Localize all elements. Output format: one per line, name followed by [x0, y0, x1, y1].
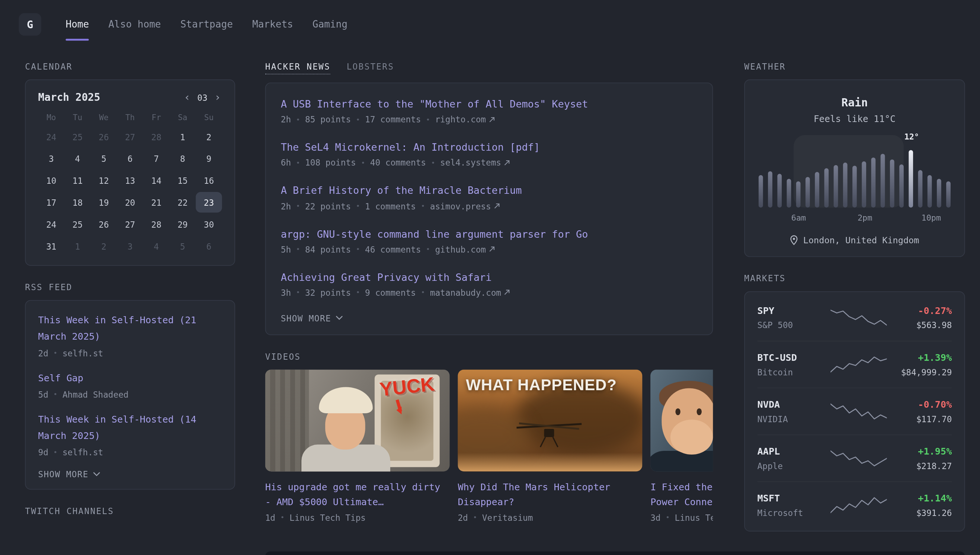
calendar-next-icon[interactable]: › — [213, 92, 222, 103]
calendar-day[interactable]: 28 — [143, 214, 170, 234]
calendar-day[interactable]: 8 — [170, 148, 196, 168]
calendar-day[interactable]: 1 — [170, 127, 196, 147]
market-row[interactable]: MSFT Microsoft +1.14% $391.26 — [757, 481, 952, 528]
market-row[interactable]: NVDA NVIDIA -0.70% $117.70 — [757, 388, 952, 435]
story-title[interactable]: A Brief History of the Miracle Bacterium — [281, 183, 697, 198]
calendar-day[interactable]: 23 — [196, 192, 222, 212]
nav-tab-also-home[interactable]: Also home — [108, 0, 161, 49]
rss-item-title[interactable]: Self Gap — [38, 370, 222, 386]
news-show-more-button[interactable]: SHOW MORE — [281, 313, 343, 323]
calendar-day[interactable]: 29 — [170, 214, 196, 234]
calendar-day[interactable]: 7 — [143, 148, 170, 168]
calendar-day[interactable]: 26 — [91, 214, 117, 234]
calendar-day[interactable]: 6 — [117, 148, 143, 168]
market-symbol-block: NVDA NVIDIA — [757, 399, 828, 424]
chevron-down-icon — [93, 472, 100, 476]
calendar-day[interactable]: 27 — [117, 214, 143, 234]
calendar-day[interactable]: 24 — [38, 214, 65, 234]
video-thumbnail[interactable]: DO T T — [650, 369, 713, 471]
calendar-day[interactable]: 19 — [91, 192, 117, 212]
calendar-day[interactable]: 12 — [91, 170, 117, 191]
calendar-day[interactable]: 4 — [64, 148, 91, 168]
weather-bar — [871, 157, 876, 208]
thumbnail-art-ground — [458, 453, 642, 471]
sparkline-svg — [830, 449, 886, 468]
calendar-day[interactable]: 4 — [143, 236, 170, 256]
video-title[interactable]: I Fixed the 5 Power Connect — [650, 480, 713, 510]
story-title[interactable]: A USB Interface to the "Mother of All De… — [281, 97, 697, 112]
story-title[interactable]: argp: GNU-style command line argument pa… — [281, 226, 697, 241]
nav-tab-home[interactable]: Home — [66, 0, 89, 49]
calendar-day[interactable]: 3 — [38, 148, 65, 168]
market-price: $84,999.29 — [889, 367, 952, 377]
video-card: YUCK His upgrade got me really dirty - A… — [265, 369, 450, 523]
calendar-day[interactable]: 3 — [117, 236, 143, 256]
calendar-day[interactable]: 6 — [196, 236, 222, 256]
nav-tab-startpage[interactable]: Startpage — [180, 0, 233, 49]
calendar-day[interactable]: 16 — [196, 170, 222, 191]
calendar-day[interactable]: 5 — [91, 148, 117, 168]
video-title[interactable]: His upgrade got me really dirty - AMD $5… — [265, 480, 450, 510]
weather-bar — [918, 170, 923, 208]
story-title[interactable]: Achieving Great Privacy with Safari — [281, 270, 697, 285]
video-meta: 2d • Veritasium — [458, 513, 642, 523]
calendar-day[interactable]: 9 — [196, 148, 222, 168]
videos-widget: YUCK His upgrade got me really dirty - A… — [265, 369, 713, 523]
calendar-day[interactable]: 25 — [64, 127, 91, 147]
calendar-day[interactable]: 5 — [170, 236, 196, 256]
tab-lobsters[interactable]: LOBSTERS — [347, 61, 394, 74]
market-row[interactable]: BTC-USD Bitcoin +1.39% $84,999.29 — [757, 341, 952, 388]
market-row[interactable]: AAPL Apple +1.95% $218.27 — [757, 435, 952, 481]
calendar-header: March 2025 ‹ 03 › — [38, 91, 222, 103]
hacker-news-widget: A USB Interface to the "Mother of All De… — [265, 83, 713, 335]
calendar-day[interactable]: 13 — [117, 170, 143, 191]
calendar-day[interactable]: 21 — [143, 192, 170, 212]
calendar-day[interactable]: 2 — [196, 127, 222, 147]
calendar-day[interactable]: 15 — [170, 170, 196, 191]
calendar-day[interactable]: 31 — [38, 236, 65, 256]
video-thumbnail[interactable]: YUCK — [265, 369, 450, 471]
video-title[interactable]: Why Did The Mars Helicopter Disappear? — [458, 480, 642, 510]
calendar-day[interactable]: 18 — [64, 192, 91, 212]
calendar-day[interactable]: 14 — [143, 170, 170, 191]
calendar-day[interactable]: 17 — [38, 192, 65, 212]
market-price: $218.27 — [889, 461, 952, 471]
tab-hacker-news[interactable]: HACKER NEWS — [265, 61, 330, 74]
calendar-day[interactable]: 25 — [64, 214, 91, 234]
calendar-day[interactable]: 2 — [91, 236, 117, 256]
calendar-day[interactable]: 1 — [64, 236, 91, 256]
calendar-prev-icon[interactable]: ‹ — [183, 92, 192, 103]
separator-dot: • — [296, 159, 300, 167]
story-title[interactable]: The SeL4 Microkernel: An Introduction [p… — [281, 140, 697, 155]
market-quote-block: +1.95% $218.27 — [889, 446, 952, 470]
rss-item-title[interactable]: This Week in Self-Hosted (21 March 2025) — [38, 312, 222, 345]
video-thumbnail[interactable]: WHAT HAPPENED? — [458, 369, 642, 471]
video-meta: 3d • Linus Tec — [650, 513, 713, 523]
thumbnail-art-eye — [697, 409, 702, 415]
calendar-day[interactable]: 26 — [91, 127, 117, 147]
rss-item-title[interactable]: This Week in Self-Hosted (14 March 2025) — [38, 411, 222, 444]
calendar-day[interactable]: 30 — [196, 214, 222, 234]
videos-heading: VIDEOS — [265, 351, 713, 362]
rss-show-more-button[interactable]: SHOW MORE — [38, 469, 101, 479]
weather-bar — [890, 160, 895, 208]
story-meta: 2h• 22 points• 1 comments• asimov.press — [281, 201, 697, 211]
calendar-day[interactable]: 27 — [117, 127, 143, 147]
story-domain: asimov.press — [430, 201, 500, 211]
logo[interactable]: G — [19, 13, 41, 36]
separator-dot: • — [280, 514, 284, 522]
weekday-label: Th — [117, 113, 143, 122]
calendar-day[interactable]: 22 — [170, 192, 196, 212]
calendar-day[interactable]: 20 — [117, 192, 143, 212]
story-points: 32 points — [305, 287, 351, 298]
calendar-day[interactable]: 28 — [143, 127, 170, 147]
nav-tab-gaming[interactable]: Gaming — [313, 0, 348, 49]
market-name: Bitcoin — [757, 367, 828, 377]
calendar-day[interactable]: 11 — [64, 170, 91, 191]
calendar-day[interactable]: 24 — [38, 127, 65, 147]
video-title-line: I Fixed the 5 — [650, 480, 713, 494]
calendar-day[interactable]: 10 — [38, 170, 65, 191]
calendar-weekday-row: Mo Tu We Th Fr Sa Su — [38, 113, 222, 122]
market-row[interactable]: SPY S&P 500 -0.27% $563.98 — [757, 295, 952, 341]
nav-tab-markets[interactable]: Markets — [252, 0, 293, 49]
